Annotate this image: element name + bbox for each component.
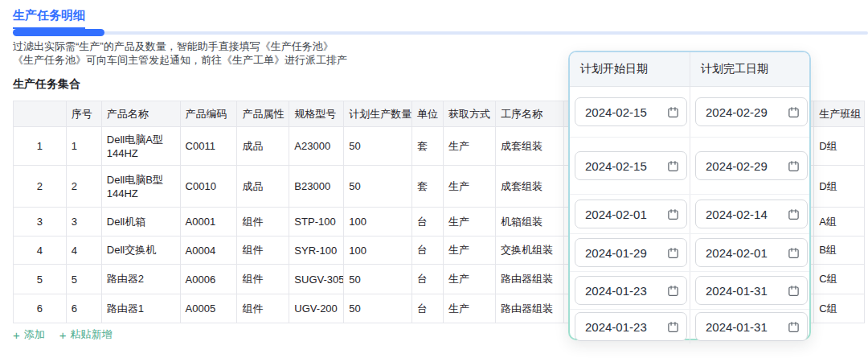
cell-unit: 套 <box>412 166 444 207</box>
paste-add-button[interactable]: + 粘贴新增 <box>59 327 113 342</box>
col-header-spec: 规格型号 <box>289 101 344 126</box>
progress-bar <box>13 29 868 37</box>
overlay-row: 2024-01-23 2024-01-31 <box>570 309 809 343</box>
plan-start-date-input[interactable]: 2024-01-23 <box>575 312 687 341</box>
add-row-button[interactable]: + 添加 <box>13 327 45 342</box>
cell-seq: 4 <box>67 237 102 264</box>
col-header-seq: 序号 <box>67 101 102 126</box>
cell-method: 生产 <box>444 127 496 165</box>
cell-team: D组 <box>814 166 864 207</box>
overlay-row: 2024-02-15 2024-02-29 <box>570 87 809 137</box>
cell-process: 交换机组装 <box>496 237 564 264</box>
cell-method: 生产 <box>444 294 496 323</box>
cell-process: 路由器组装 <box>496 265 564 294</box>
section-title: 生产任务集合 <box>13 77 80 92</box>
calendar-icon[interactable] <box>788 160 800 172</box>
cell-spec: B23000 <box>289 166 344 207</box>
cell-product-attr: 成品 <box>237 127 289 165</box>
calendar-icon[interactable] <box>667 208 679 220</box>
overlay-header-plan-start: 计划开始日期 <box>570 52 690 86</box>
plan-end-date-input[interactable]: 2024-02-29 <box>695 97 808 126</box>
cell-team: A组 <box>814 208 864 236</box>
row-index: 1 <box>14 127 67 165</box>
plan-end-date-input[interactable]: 2024-01-31 <box>695 312 808 341</box>
cell-process: 路由器组装 <box>496 294 564 323</box>
col-header-unit: 单位 <box>412 101 444 126</box>
row-index: 4 <box>14 237 67 264</box>
cell-unit: 台 <box>412 265 444 294</box>
cell-product-attr: 组件 <box>237 208 289 236</box>
cell-product-code: A0006 <box>181 265 238 294</box>
paste-add-label: 粘贴新增 <box>71 327 113 342</box>
cell-product-attr: 成品 <box>237 166 289 207</box>
cell-product-code: A0001 <box>181 208 238 236</box>
col-header-product-name: 产品名称 <box>102 101 181 126</box>
cell-seq: 3 <box>67 208 102 236</box>
calendar-icon[interactable] <box>788 247 800 259</box>
row-index: 6 <box>14 294 67 323</box>
tab-production-task-detail[interactable]: 生产任务明细 <box>13 8 85 29</box>
plus-icon: + <box>13 329 20 341</box>
calendar-icon[interactable] <box>667 247 679 259</box>
cell-method: 生产 <box>444 166 496 207</box>
calendar-icon[interactable] <box>667 285 679 297</box>
table-footer-actions: + 添加 + 粘贴新增 <box>13 327 113 342</box>
calendar-icon[interactable] <box>788 285 800 297</box>
plan-start-date-input[interactable]: 2024-02-15 <box>575 97 687 126</box>
cell-product-attr: 组件 <box>237 265 289 294</box>
cell-unit: 台 <box>412 208 444 236</box>
cell-seq: 2 <box>67 166 102 207</box>
cell-qty: 50 <box>344 265 412 294</box>
cell-spec: STP-100 <box>289 208 344 236</box>
plan-end-date-input[interactable]: 2024-02-01 <box>695 238 808 267</box>
plan-end-date-value: 2024-01-31 <box>706 284 768 298</box>
plan-start-date-value: 2024-01-23 <box>585 284 647 298</box>
cell-team: B组 <box>814 237 864 264</box>
add-row-label: 添加 <box>24 327 45 342</box>
cell-qty: 50 <box>344 166 412 207</box>
plan-start-date-input[interactable]: 2024-01-29 <box>575 238 687 267</box>
col-header-process: 工序名称 <box>496 101 564 126</box>
cell-product-attr: 组件 <box>237 294 289 323</box>
plan-start-date-input[interactable]: 2024-02-15 <box>575 151 687 180</box>
cell-unit: 台 <box>412 237 444 264</box>
cell-seq: 1 <box>67 127 102 165</box>
plus-icon: + <box>59 329 67 341</box>
col-header-product-code: 产品编码 <box>181 101 238 126</box>
row-index: 2 <box>14 166 67 207</box>
cell-unit: 台 <box>412 294 444 323</box>
plan-start-date-input[interactable]: 2024-01-23 <box>575 276 687 305</box>
cell-product-code: A0004 <box>181 237 238 264</box>
plan-start-date-value: 2024-02-15 <box>585 105 647 119</box>
col-header-product-attr: 产品属性 <box>237 101 289 126</box>
calendar-icon[interactable] <box>788 208 800 220</box>
calendar-icon[interactable] <box>788 321 800 333</box>
plan-end-date-value: 2024-02-29 <box>706 159 768 173</box>
calendar-icon[interactable] <box>667 160 679 172</box>
plan-end-date-input[interactable]: 2024-02-14 <box>695 200 808 228</box>
cell-seq: 6 <box>67 294 102 323</box>
col-header-method: 获取方式 <box>444 101 496 126</box>
cell-product-name: Dell电脑B型 144HZ <box>102 166 181 207</box>
cell-product-name: 路由器1 <box>102 294 181 323</box>
cell-qty: 50 <box>344 294 412 323</box>
progress-track <box>13 31 868 35</box>
calendar-icon[interactable] <box>788 106 800 118</box>
cell-spec: SUGV-305 <box>289 265 344 294</box>
plan-start-date-input[interactable]: 2024-02-01 <box>575 200 687 228</box>
plan-end-date-input[interactable]: 2024-02-29 <box>695 151 808 180</box>
calendar-icon[interactable] <box>667 321 679 333</box>
overlay-row: 2024-01-29 2024-02-01 <box>570 233 809 271</box>
plan-end-date-value: 2024-02-14 <box>706 208 768 221</box>
cell-process: 机箱组装 <box>496 208 564 236</box>
calendar-icon[interactable] <box>667 106 679 118</box>
col-header-qty: 计划生产数量 <box>344 101 412 126</box>
row-index: 3 <box>14 208 67 236</box>
plan-end-date-value: 2024-01-31 <box>706 320 768 334</box>
cell-product-attr: 组件 <box>237 237 289 264</box>
cell-product-name: Dell交换机 <box>102 237 181 264</box>
cell-method: 生产 <box>444 265 496 294</box>
overlay-header-plan-end: 计划完工日期 <box>690 52 809 86</box>
cell-qty: 100 <box>344 208 412 236</box>
plan-end-date-input[interactable]: 2024-01-31 <box>695 276 808 305</box>
